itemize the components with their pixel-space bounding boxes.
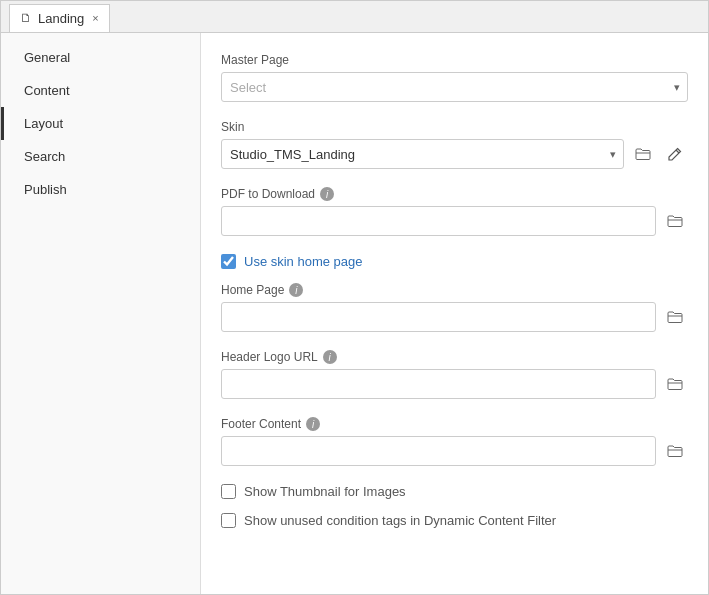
skin-row: Studio_TMS_Landing ▾ <box>221 139 688 169</box>
header-logo-folder-button[interactable] <box>662 371 688 397</box>
sidebar-item-content[interactable]: Content <box>1 74 200 107</box>
tab-landing[interactable]: 🗋 Landing × <box>9 4 110 32</box>
skin-edit-button[interactable] <box>662 141 688 167</box>
pdf-to-download-group: PDF to Download i <box>221 187 688 236</box>
footer-content-folder-button[interactable] <box>662 438 688 464</box>
pdf-folder-button[interactable] <box>662 208 688 234</box>
footer-content-row <box>221 436 688 466</box>
home-page-info-icon: i <box>289 283 303 297</box>
main-layout: General Content Layout Search Publish Ma… <box>1 33 708 595</box>
folder-icon <box>667 376 683 392</box>
footer-content-label: Footer Content i <box>221 417 688 431</box>
skin-select[interactable]: Studio_TMS_Landing <box>221 139 624 169</box>
folder-icon <box>667 309 683 325</box>
skin-folder-button[interactable] <box>630 141 656 167</box>
home-page-group: Home Page i <box>221 283 688 332</box>
footer-content-info-icon: i <box>306 417 320 431</box>
page-icon: 🗋 <box>20 11 32 25</box>
home-page-input[interactable] <box>221 302 656 332</box>
tab-bar: 🗋 Landing × <box>1 1 708 33</box>
content-area: Master Page Select ▾ Skin Studio_TMS_Lan <box>201 33 708 595</box>
header-logo-url-label: Header Logo URL i <box>221 350 688 364</box>
sidebar: General Content Layout Search Publish <box>1 33 201 595</box>
header-logo-url-input[interactable] <box>221 369 656 399</box>
pdf-to-download-input[interactable] <box>221 206 656 236</box>
show-thumbnail-checkbox[interactable] <box>221 484 236 499</box>
tab-label: Landing <box>38 11 84 26</box>
folder-icon <box>667 443 683 459</box>
skin-group: Skin Studio_TMS_Landing ▾ <box>221 120 688 169</box>
folder-icon <box>635 146 651 162</box>
header-logo-url-row <box>221 369 688 399</box>
sidebar-item-general[interactable]: General <box>1 41 200 74</box>
footer-content-input[interactable] <box>221 436 656 466</box>
header-logo-info-icon: i <box>323 350 337 364</box>
show-unused-condition-label[interactable]: Show unused condition tags in Dynamic Co… <box>244 513 556 528</box>
show-thumbnail-label[interactable]: Show Thumbnail for Images <box>244 484 406 499</box>
pencil-icon <box>667 146 683 162</box>
show-unused-condition-row: Show unused condition tags in Dynamic Co… <box>221 513 688 528</box>
use-skin-home-page-checkbox[interactable] <box>221 254 236 269</box>
footer-content-group: Footer Content i <box>221 417 688 466</box>
folder-icon <box>667 213 683 229</box>
master-page-select[interactable]: Select <box>221 72 688 102</box>
sidebar-item-layout[interactable]: Layout <box>1 107 200 140</box>
tab-close-button[interactable]: × <box>92 12 98 24</box>
home-page-row <box>221 302 688 332</box>
sidebar-item-search[interactable]: Search <box>1 140 200 173</box>
home-page-folder-button[interactable] <box>662 304 688 330</box>
use-skin-home-page-row: Use skin home page <box>221 254 688 269</box>
show-thumbnail-row: Show Thumbnail for Images <box>221 484 688 499</box>
use-skin-home-page-label[interactable]: Use skin home page <box>244 254 363 269</box>
skin-select-wrapper: Studio_TMS_Landing ▾ <box>221 139 624 169</box>
master-page-label: Master Page <box>221 53 688 67</box>
master-page-select-wrapper: Select ▾ <box>221 72 688 102</box>
master-page-row: Select ▾ <box>221 72 688 102</box>
header-logo-url-group: Header Logo URL i <box>221 350 688 399</box>
pdf-info-icon: i <box>320 187 334 201</box>
skin-label: Skin <box>221 120 688 134</box>
pdf-to-download-label: PDF to Download i <box>221 187 688 201</box>
master-page-group: Master Page Select ▾ <box>221 53 688 102</box>
sidebar-item-publish[interactable]: Publish <box>1 173 200 206</box>
pdf-to-download-row <box>221 206 688 236</box>
home-page-label: Home Page i <box>221 283 688 297</box>
show-unused-condition-checkbox[interactable] <box>221 513 236 528</box>
